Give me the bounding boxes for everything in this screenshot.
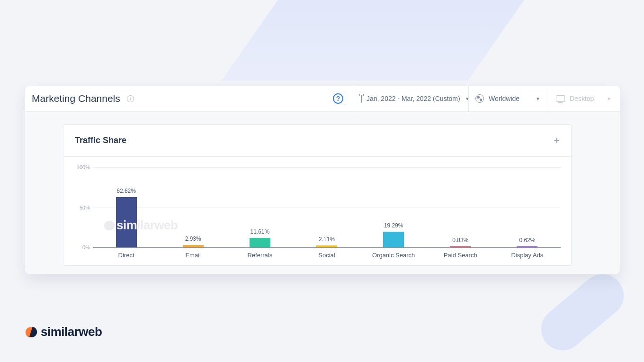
bar xyxy=(183,245,204,247)
x-axis-label: Display Ads xyxy=(494,252,561,259)
brand-logo: similarweb xyxy=(26,325,102,339)
bar xyxy=(250,238,270,247)
y-tick-0: 0% xyxy=(74,244,90,250)
marketing-channels-panel: Marketing Channels i ? Jan, 2022 - Mar, … xyxy=(25,86,620,274)
x-labels-row: DirectEmailReferralsSocialOrganic Search… xyxy=(93,252,561,259)
bar xyxy=(316,245,337,247)
date-range-selector[interactable]: Jan, 2022 - Mar, 2022 (Custom) ▼ xyxy=(354,86,468,112)
device-selector: Desktop ▼ xyxy=(549,86,620,112)
help-icon[interactable]: ? xyxy=(333,93,343,104)
chevron-down-icon: ▼ xyxy=(536,96,540,101)
bar-col: 62.62% xyxy=(93,167,160,247)
bar-value-label: 2.93% xyxy=(185,235,201,242)
card-header: Traffic Share + xyxy=(63,125,571,157)
x-axis-label: Paid Search xyxy=(427,252,494,259)
bar xyxy=(450,246,471,247)
bar-col: 19.29% xyxy=(360,167,427,247)
calendar-icon xyxy=(361,95,362,103)
x-axis-label: Email xyxy=(160,252,226,259)
desktop-icon xyxy=(556,95,565,102)
bar-value-label: 19.29% xyxy=(384,222,403,229)
brand-name: similarweb xyxy=(41,325,102,339)
decorative-bg-top xyxy=(222,0,574,81)
baseline-0 xyxy=(93,247,561,248)
bar-col: 11.61% xyxy=(226,167,293,247)
card-title: Traffic Share xyxy=(75,136,126,145)
page-title: Marketing Channels xyxy=(32,93,120,104)
device-value: Desktop xyxy=(570,95,594,102)
date-range-value: Jan, 2022 - Mar, 2022 (Custom) xyxy=(367,95,460,102)
bar-col: 0.62% xyxy=(494,167,561,247)
region-selector[interactable]: Worldwide ▼ xyxy=(468,86,549,112)
y-tick-50: 50% xyxy=(74,205,90,210)
bar-value-label: 2.11% xyxy=(319,236,335,243)
traffic-share-card: Traffic Share + 100% 50% 0% 62.62%2.93%1… xyxy=(63,124,572,266)
chevron-down-icon: ▼ xyxy=(607,96,611,101)
bar-value-label: 11.61% xyxy=(250,228,269,235)
decorative-bg-bottom xyxy=(532,265,632,359)
add-icon[interactable]: + xyxy=(554,136,560,146)
y-tick-100: 100% xyxy=(74,164,90,170)
chart-area: 100% 50% 0% 62.62%2.93%11.61%2.11%19.29%… xyxy=(74,167,561,247)
x-axis-label: Referrals xyxy=(226,252,293,259)
x-axis-label: Direct xyxy=(93,252,160,259)
bar-value-label: 0.62% xyxy=(519,237,535,244)
info-icon[interactable]: i xyxy=(127,95,134,102)
x-axis-label: Social xyxy=(293,252,360,259)
bars-row: 62.62%2.93%11.61%2.11%19.29%0.83%0.62% xyxy=(93,167,561,247)
globe-icon xyxy=(475,94,484,103)
bar xyxy=(383,232,404,247)
bar-col: 0.83% xyxy=(427,167,494,247)
bar xyxy=(517,246,537,247)
panel-header: Marketing Channels i ? Jan, 2022 - Mar, … xyxy=(25,86,620,112)
x-axis-label: Organic Search xyxy=(360,252,427,259)
region-value: Worldwide xyxy=(489,95,519,102)
similarweb-swirl-icon xyxy=(26,326,37,338)
bar-value-label: 62.62% xyxy=(116,188,136,194)
bar-col: 2.11% xyxy=(293,167,360,247)
bar-col: 2.93% xyxy=(160,167,226,247)
bar-value-label: 0.83% xyxy=(452,237,468,244)
bar xyxy=(116,197,137,247)
